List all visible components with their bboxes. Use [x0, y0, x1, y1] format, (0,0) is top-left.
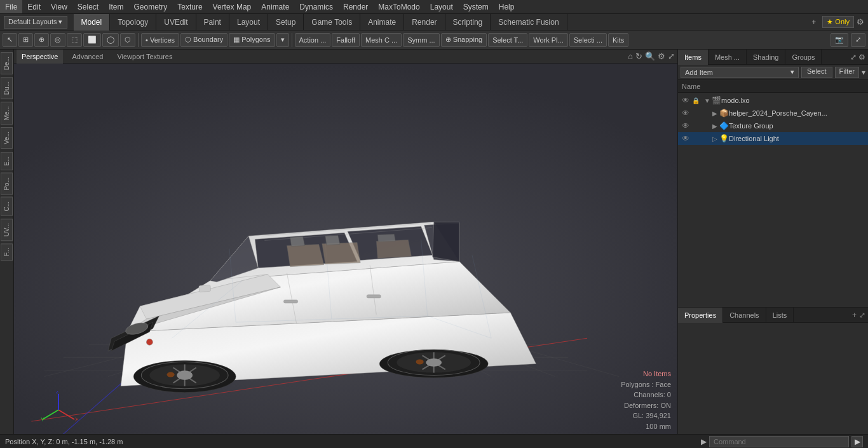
- sidebar-tab-po[interactable]: Po...: [1, 173, 13, 195]
- sidebar-tab-f[interactable]: F...: [1, 243, 13, 261]
- command-input[interactable]: [709, 436, 849, 447]
- tool-snapping[interactable]: ⊕ Snapping: [441, 33, 487, 47]
- tool-hex[interactable]: ⬡: [120, 33, 135, 47]
- sidebar-tab-uv[interactable]: UV...: [1, 219, 13, 241]
- tree-eye-helper[interactable]: 👁: [681, 109, 691, 118]
- rp-tab-items[interactable]: Items: [678, 50, 709, 65]
- vp-zoom-icon[interactable]: 🔍: [645, 51, 655, 61]
- tab-uvedit[interactable]: UVEdit: [156, 14, 196, 31]
- tab-game-tools[interactable]: Game Tools: [304, 14, 360, 31]
- tree-row-helper[interactable]: 👁 ▶ 📦 helper_2024_Porsche_Cayen...: [678, 107, 868, 119]
- tree-expand-root[interactable]: ▼: [703, 97, 711, 104]
- menu-dynamics[interactable]: Dynamics: [294, 0, 338, 13]
- tool-select-arrow[interactable]: ↖: [3, 33, 17, 47]
- rp-expand-icon[interactable]: ⤢: [850, 53, 857, 62]
- scene-tree[interactable]: 👁 🔒 ▼ 🎬 modo.lxo 👁 ▶ 📦 helper_2024_Porsc…: [678, 93, 868, 201]
- tab-render[interactable]: Render: [404, 14, 445, 31]
- command-go-button[interactable]: ▶: [851, 436, 863, 447]
- tool-falloff[interactable]: Falloff: [332, 33, 360, 47]
- tool-work-pl[interactable]: Work Pl...: [529, 33, 567, 47]
- layout-settings-icon[interactable]: ⚙: [857, 17, 864, 27]
- menu-geometry[interactable]: Geometry: [129, 0, 173, 13]
- tool-mesh-c[interactable]: Mesh C ...: [361, 33, 402, 47]
- tab-animate[interactable]: Animate: [360, 14, 404, 31]
- sidebar-tab-de[interactable]: De...: [1, 52, 13, 74]
- select-button[interactable]: Select: [801, 67, 832, 78]
- menu-help[interactable]: Help: [494, 0, 520, 13]
- add-item-button[interactable]: Add Item ▾: [681, 67, 799, 78]
- menu-view[interactable]: View: [46, 0, 72, 13]
- viewport-canvas[interactable]: No Items Polygons : Face Channels: 0 Def…: [14, 64, 677, 434]
- layout-selector[interactable]: Default Layouts ▾: [4, 16, 67, 29]
- vp-tab-textures[interactable]: Viewport Textures: [112, 50, 177, 64]
- rp-tab-groups[interactable]: Groups: [785, 50, 822, 65]
- sidebar-tab-e[interactable]: E...: [1, 152, 13, 170]
- tool-select-t[interactable]: Select T...: [488, 33, 527, 47]
- mode-vertices[interactable]: • Vertices: [141, 33, 179, 47]
- tree-row-directional-light[interactable]: 👁 ▷ 💡 Directional Light: [678, 132, 868, 145]
- vp-tab-advanced[interactable]: Advanced: [67, 50, 108, 64]
- tree-row-root[interactable]: 👁 🔒 ▼ 🎬 modo.lxo: [678, 94, 868, 107]
- tree-eye-light[interactable]: 👁: [681, 134, 691, 143]
- mode-boundary[interactable]: ⬡ Boundary: [180, 33, 227, 47]
- star-only-button[interactable]: ★ Only: [822, 16, 854, 28]
- sidebar-tab-ve[interactable]: Ve...: [1, 127, 13, 149]
- tab-paint[interactable]: Paint: [196, 14, 229, 31]
- menu-file[interactable]: File: [0, 0, 22, 13]
- mode-more[interactable]: ▾: [276, 33, 289, 47]
- rp-tab-mesh[interactable]: Mesh ...: [709, 50, 747, 65]
- vp-tab-perspective[interactable]: Perspective: [17, 50, 63, 64]
- tool-grid[interactable]: ⊞: [18, 33, 33, 47]
- vp-home-icon[interactable]: ⌂: [628, 51, 633, 61]
- menu-animate[interactable]: Animate: [256, 0, 294, 13]
- tool-rect-select[interactable]: ⬚: [67, 33, 82, 47]
- tool-action[interactable]: Action ...: [295, 33, 331, 47]
- tool-selecti[interactable]: Selecti ...: [569, 33, 607, 47]
- tab-topology[interactable]: Topology: [110, 14, 156, 31]
- tree-lock-root[interactable]: 🔒: [691, 97, 701, 104]
- vp-rotate-icon[interactable]: ↻: [635, 51, 642, 61]
- tool-ring[interactable]: ◯: [102, 33, 119, 47]
- tab-schematic-fusion[interactable]: Schematic Fusion: [491, 14, 567, 31]
- rp-tab-shading[interactable]: Shading: [747, 50, 785, 65]
- tab-layout[interactable]: Layout: [229, 14, 268, 31]
- menu-select[interactable]: Select: [72, 0, 104, 13]
- vp-settings-icon[interactable]: ⚙: [658, 51, 665, 61]
- tool-circle[interactable]: ⊕: [34, 33, 49, 47]
- prop-plus-icon[interactable]: +: [852, 311, 857, 320]
- tool-kits[interactable]: Kits: [608, 33, 628, 47]
- prop-tab-lists[interactable]: Lists: [766, 308, 794, 323]
- tab-setup[interactable]: Setup: [268, 14, 304, 31]
- menu-render[interactable]: Render: [338, 0, 373, 13]
- tab-scripting[interactable]: Scripting: [445, 14, 491, 31]
- tree-expand-texture[interactable]: ▶: [711, 123, 719, 130]
- menu-item[interactable]: Item: [104, 0, 128, 13]
- menu-system[interactable]: System: [458, 0, 494, 13]
- filter-button[interactable]: Filter: [835, 67, 859, 78]
- tree-expand-light[interactable]: ▷: [711, 135, 719, 142]
- rp-arrow-btn[interactable]: ▾: [862, 68, 865, 77]
- menu-vertex-map[interactable]: Vertex Map: [208, 0, 257, 13]
- vp-expand-icon[interactable]: ⤢: [668, 51, 675, 61]
- menu-texture[interactable]: Texture: [172, 0, 207, 13]
- menu-layout[interactable]: Layout: [425, 0, 458, 13]
- tool-symm[interactable]: Symm ...: [403, 33, 439, 47]
- tool-camera-icon[interactable]: 📷: [831, 33, 848, 47]
- rp-settings-icon[interactable]: ⚙: [858, 53, 865, 62]
- tab-model[interactable]: Model: [74, 14, 111, 31]
- tree-expand-helper[interactable]: ▶: [711, 110, 719, 117]
- prop-tab-channels[interactable]: Channels: [723, 308, 766, 323]
- menu-edit[interactable]: Edit: [22, 0, 46, 13]
- sidebar-tab-mesh[interactable]: Me...: [1, 102, 13, 125]
- mode-polygons[interactable]: ▦ Polygons: [229, 33, 275, 47]
- tool-expand-icon[interactable]: ⤢: [851, 33, 865, 47]
- sidebar-tab-du[interactable]: Du...: [1, 77, 13, 99]
- layout-add-tab[interactable]: +: [808, 17, 820, 28]
- prop-tab-properties[interactable]: Properties: [678, 308, 723, 323]
- tree-row-texture-group[interactable]: 👁 ▶ 🔷 Texture Group: [678, 119, 868, 132]
- tree-eye-texture[interactable]: 👁: [681, 121, 691, 130]
- tool-square[interactable]: ⬜: [83, 33, 101, 47]
- sidebar-tab-c[interactable]: C...: [1, 197, 13, 216]
- tool-lasso[interactable]: ◎: [50, 33, 65, 47]
- prop-expand-icon[interactable]: ⤢: [859, 311, 865, 320]
